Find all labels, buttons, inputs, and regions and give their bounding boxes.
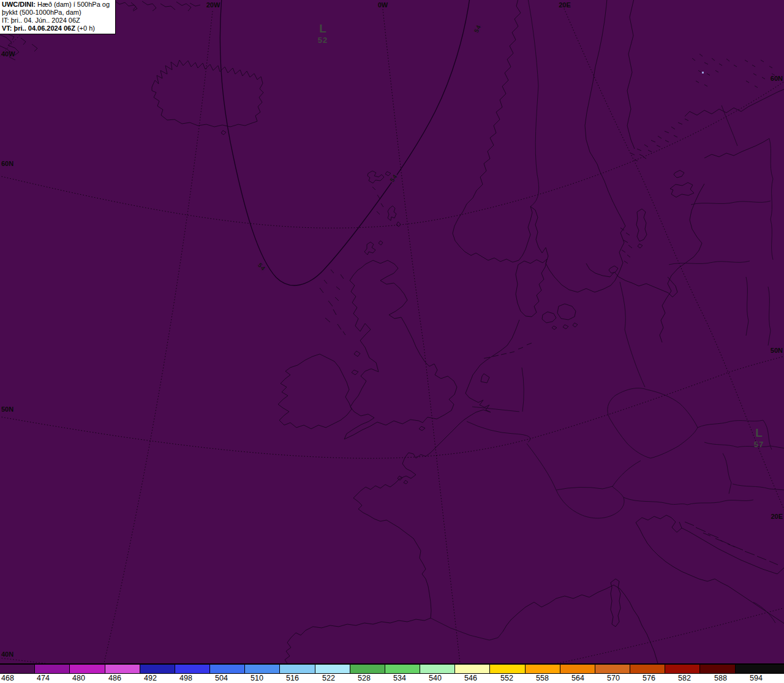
meridian-20e (564, 9, 784, 512)
colorbar-segment-534 (385, 665, 420, 673)
colorbar-tick-534: 534 (393, 674, 406, 683)
hebrides-coast (320, 270, 345, 335)
colorbar-tick-516: 516 (286, 674, 299, 683)
croatia-coast (682, 528, 784, 574)
colorbar-tick-504: 504 (215, 674, 228, 683)
ruegen-island (609, 266, 618, 273)
title-line-2: þykkt (500-1000hPa, dam) (2, 9, 113, 17)
colorbar-segment-558 (526, 665, 560, 673)
border-slovakia (698, 420, 763, 428)
finland-west-coast (627, 0, 635, 149)
colorbar-segment-576 (630, 665, 665, 673)
ijsselmeer (481, 374, 489, 383)
colorbar-segment-468 (0, 665, 35, 673)
colorbar-tick-588: 588 (714, 674, 727, 683)
colorbar-segment-582 (665, 665, 700, 673)
small-british-isles (352, 351, 425, 431)
finland-south-coast (685, 89, 784, 116)
dalmatian-islands (685, 522, 778, 565)
colorbar-segment-480 (70, 665, 105, 673)
border-rhine (527, 443, 556, 490)
meridian-0w (383, 9, 460, 663)
country-borders (431, 0, 784, 640)
border-norway-sweden (528, 0, 539, 206)
contour-540 (220, 0, 470, 285)
colorbar-segment-522 (315, 665, 350, 673)
channel-french-coast (416, 410, 491, 458)
colorbar-segment-474 (35, 665, 70, 673)
colorbar-segment-546 (455, 665, 490, 673)
parallel-40n-right (538, 608, 784, 663)
colorbar-tick-480: 480 (72, 674, 85, 683)
colorbar-segment-564 (560, 665, 595, 673)
meridian-20w (104, 11, 213, 663)
colorbar-segment-588 (700, 665, 735, 673)
border-oder (620, 282, 645, 387)
italy-adriatic-coast (636, 523, 784, 624)
great-britain-coast (344, 260, 457, 439)
colorbar-tick-498: 498 (179, 674, 192, 683)
colorbar-tick-570: 570 (607, 674, 620, 683)
german-bight-coast (480, 320, 519, 365)
denmark-coast (516, 259, 578, 330)
colorbar-segment-516 (280, 665, 315, 673)
graticule-lines (0, 9, 784, 663)
border-balkans (753, 420, 775, 623)
title-line-1: UWC/DINI: Hæð (dam) í 500hPa og (2, 1, 113, 9)
colorbar-segment-528 (350, 665, 385, 673)
border-poland-east-1 (746, 277, 748, 336)
border-hungary-north (704, 442, 784, 448)
border-slovenia-croatia (687, 500, 753, 505)
colorbar-swatches (0, 665, 784, 674)
border-pyrenees (431, 618, 503, 640)
frisian-islands (484, 343, 532, 358)
colorbar-tick-540: 540 (429, 674, 442, 683)
border-estonia-latvia (691, 201, 771, 205)
gotland-coast (636, 209, 647, 248)
title-line-4: VT: þri.. 04.06.2024 06Z (+0 h) (2, 25, 113, 32)
valid-time: VT: þri.. 04.06.2024 06Z (2, 25, 75, 32)
colorbar-tick-564: 564 (571, 674, 584, 683)
stockholm-archipelago (620, 228, 632, 263)
mediterranean-coast (503, 585, 658, 663)
border-russia-estonia (722, 105, 737, 146)
colorbar-tick-552: 552 (500, 674, 513, 683)
weather-map-screen: 20W0W20E40W60N50N40N60N50N20EL52L5754545… (0, 0, 784, 683)
border-austria-hungary (723, 453, 731, 494)
colorbar-tick-468: 468 (1, 674, 14, 683)
border-switzerland (556, 486, 624, 518)
estonian-islands (670, 170, 694, 197)
thickness-colorbar: 4684744804864924985045105165225285345405… (0, 663, 784, 683)
map-canvas (0, 0, 784, 663)
cotentin-coast (400, 453, 416, 478)
faroe-islands-coast (368, 171, 391, 214)
border-hungary-south (733, 484, 784, 490)
border-italy-austria-slovenia (624, 497, 687, 505)
baltic-south-coast (586, 263, 677, 297)
finnish-archipelago (631, 119, 688, 161)
parallel-40n-left (0, 658, 110, 663)
border-austria-germany (612, 461, 641, 486)
colorbar-tick-474: 474 (37, 674, 50, 683)
colorbar-tick-558: 558 (536, 674, 549, 683)
colorbar-labels: 4684744804864924985045105165225285345405… (0, 674, 784, 683)
colorbar-segment-486 (105, 665, 140, 673)
iceland-coast (152, 60, 263, 135)
colorbar-tick-582: 582 (678, 674, 691, 683)
colorbar-tick-522: 522 (322, 674, 335, 683)
border-germany-netherlands (522, 368, 524, 412)
border-poland-east-2 (768, 287, 771, 345)
colorbar-tick-576: 576 (643, 674, 655, 683)
netherlands-coast (466, 365, 491, 412)
coastlines (0, 0, 784, 663)
colorbar-tick-546: 546 (464, 674, 477, 683)
colorbar-segment-498 (175, 665, 210, 673)
colorbar-segment-552 (490, 665, 525, 673)
colorbar-segment-492 (140, 665, 175, 673)
colorbar-segment-504 (210, 665, 245, 673)
colorbar-segment-594 (736, 665, 784, 673)
parallel-50n (0, 356, 784, 458)
border-czechia (608, 388, 698, 458)
finnish-lakes (692, 54, 775, 88)
colorbar-tick-510: 510 (251, 674, 263, 683)
